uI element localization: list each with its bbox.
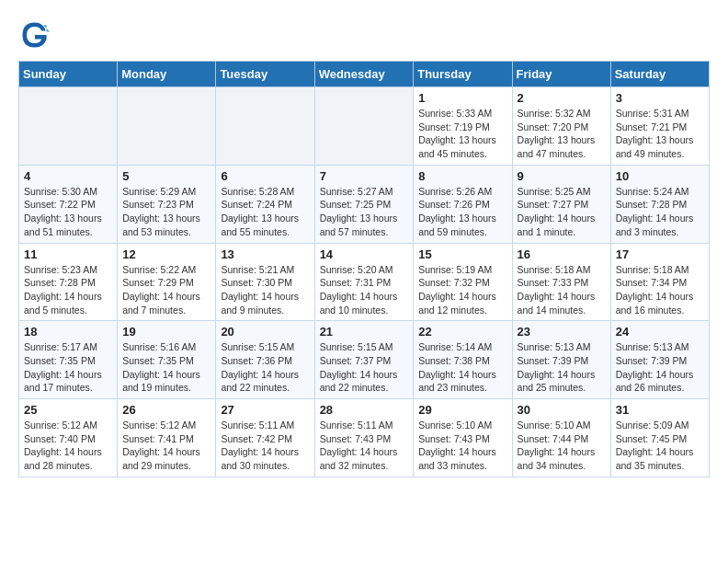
day-number: 26 <box>122 403 210 417</box>
day-info: Sunrise: 5:10 AMSunset: 7:43 PMDaylight:… <box>418 419 506 473</box>
calendar-cell: 29Sunrise: 5:10 AMSunset: 7:43 PMDayligh… <box>414 399 512 477</box>
calendar-cell: 14Sunrise: 5:20 AMSunset: 7:31 PMDayligh… <box>314 243 414 321</box>
day-number: 25 <box>24 403 112 417</box>
calendar-table: SundayMondayTuesdayWednesdayThursdayFrid… <box>18 61 710 477</box>
calendar-cell: 26Sunrise: 5:12 AMSunset: 7:41 PMDayligh… <box>118 399 216 477</box>
calendar-cell: 6Sunrise: 5:28 AMSunset: 7:24 PMDaylight… <box>216 165 314 243</box>
day-info: Sunrise: 5:14 AMSunset: 7:38 PMDaylight:… <box>418 340 506 395</box>
day-number: 20 <box>221 325 309 339</box>
calendar-header-saturday: Saturday <box>610 62 709 87</box>
day-info: Sunrise: 5:26 AMSunset: 7:26 PMDaylight:… <box>418 185 506 239</box>
calendar-cell: 17Sunrise: 5:18 AMSunset: 7:34 PMDayligh… <box>610 243 709 321</box>
calendar-header-thursday: Thursday <box>414 62 512 87</box>
day-info: Sunrise: 5:33 AMSunset: 7:19 PMDaylight:… <box>418 107 506 161</box>
day-number: 28 <box>320 403 409 417</box>
calendar-cell: 3Sunrise: 5:31 AMSunset: 7:21 PMDaylight… <box>610 87 709 166</box>
day-info: Sunrise: 5:18 AMSunset: 7:33 PMDaylight:… <box>518 263 606 317</box>
day-number: 22 <box>418 325 506 339</box>
day-number: 5 <box>122 169 210 183</box>
calendar-cell: 10Sunrise: 5:24 AMSunset: 7:28 PMDayligh… <box>610 165 709 243</box>
calendar-cell: 4Sunrise: 5:30 AMSunset: 7:22 PMDaylight… <box>19 165 118 243</box>
calendar-cell: 8Sunrise: 5:26 AMSunset: 7:26 PMDaylight… <box>414 165 512 243</box>
day-number: 17 <box>616 247 704 261</box>
calendar-header-friday: Friday <box>512 62 610 87</box>
day-info: Sunrise: 5:09 AMSunset: 7:45 PMDaylight:… <box>616 419 704 473</box>
day-info: Sunrise: 5:31 AMSunset: 7:21 PMDaylight:… <box>616 107 704 161</box>
calendar-header-sunday: Sunday <box>19 62 118 87</box>
page-header <box>18 18 710 52</box>
day-number: 30 <box>518 403 606 417</box>
day-info: Sunrise: 5:20 AMSunset: 7:31 PMDaylight:… <box>320 263 409 317</box>
day-number: 3 <box>616 91 704 105</box>
day-number: 21 <box>320 325 409 339</box>
calendar-cell: 7Sunrise: 5:27 AMSunset: 7:25 PMDaylight… <box>314 165 414 243</box>
calendar-cell: 23Sunrise: 5:13 AMSunset: 7:39 PMDayligh… <box>512 321 610 399</box>
calendar-header-monday: Monday <box>118 62 216 87</box>
day-info: Sunrise: 5:10 AMSunset: 7:44 PMDaylight:… <box>518 419 606 473</box>
calendar-cell: 27Sunrise: 5:11 AMSunset: 7:42 PMDayligh… <box>216 399 314 477</box>
calendar-cell: 16Sunrise: 5:18 AMSunset: 7:33 PMDayligh… <box>512 243 610 321</box>
day-number: 13 <box>221 247 309 261</box>
calendar-cell: 19Sunrise: 5:16 AMSunset: 7:35 PMDayligh… <box>118 321 216 399</box>
calendar-cell: 18Sunrise: 5:17 AMSunset: 7:35 PMDayligh… <box>19 321 118 399</box>
day-number: 15 <box>418 247 506 261</box>
calendar-week-row: 4Sunrise: 5:30 AMSunset: 7:22 PMDaylight… <box>19 165 710 243</box>
day-info: Sunrise: 5:11 AMSunset: 7:43 PMDaylight:… <box>320 419 409 473</box>
calendar-cell: 13Sunrise: 5:21 AMSunset: 7:30 PMDayligh… <box>216 243 314 321</box>
calendar-header-row: SundayMondayTuesdayWednesdayThursdayFrid… <box>19 62 710 87</box>
calendar-cell: 2Sunrise: 5:32 AMSunset: 7:20 PMDaylight… <box>512 87 610 166</box>
day-number: 27 <box>221 403 309 417</box>
day-info: Sunrise: 5:32 AMSunset: 7:20 PMDaylight:… <box>518 107 606 161</box>
calendar-week-row: 25Sunrise: 5:12 AMSunset: 7:40 PMDayligh… <box>19 399 710 477</box>
calendar-cell: 30Sunrise: 5:10 AMSunset: 7:44 PMDayligh… <box>512 399 610 477</box>
calendar-cell <box>118 87 216 166</box>
calendar-cell <box>314 87 414 166</box>
day-number: 29 <box>418 403 506 417</box>
day-number: 1 <box>418 91 506 105</box>
day-info: Sunrise: 5:22 AMSunset: 7:29 PMDaylight:… <box>122 263 210 317</box>
day-info: Sunrise: 5:12 AMSunset: 7:41 PMDaylight:… <box>122 419 210 473</box>
day-info: Sunrise: 5:29 AMSunset: 7:23 PMDaylight:… <box>122 185 210 239</box>
calendar-cell <box>19 87 118 166</box>
day-info: Sunrise: 5:17 AMSunset: 7:35 PMDaylight:… <box>24 340 112 395</box>
calendar-cell: 5Sunrise: 5:29 AMSunset: 7:23 PMDaylight… <box>118 165 216 243</box>
day-number: 16 <box>518 247 606 261</box>
day-info: Sunrise: 5:28 AMSunset: 7:24 PMDaylight:… <box>221 185 309 239</box>
day-number: 11 <box>24 247 112 261</box>
day-info: Sunrise: 5:23 AMSunset: 7:28 PMDaylight:… <box>24 263 112 317</box>
calendar-cell <box>216 87 314 166</box>
calendar-cell: 21Sunrise: 5:15 AMSunset: 7:37 PMDayligh… <box>314 321 414 399</box>
day-number: 19 <box>122 325 210 339</box>
day-info: Sunrise: 5:15 AMSunset: 7:36 PMDaylight:… <box>221 340 309 395</box>
calendar-cell: 1Sunrise: 5:33 AMSunset: 7:19 PMDaylight… <box>414 87 512 166</box>
day-number: 14 <box>320 247 409 261</box>
day-number: 18 <box>24 325 112 339</box>
calendar-cell: 31Sunrise: 5:09 AMSunset: 7:45 PMDayligh… <box>610 399 709 477</box>
calendar-cell: 11Sunrise: 5:23 AMSunset: 7:28 PMDayligh… <box>19 243 118 321</box>
calendar-header-tuesday: Tuesday <box>216 62 314 87</box>
calendar-cell: 15Sunrise: 5:19 AMSunset: 7:32 PMDayligh… <box>414 243 512 321</box>
day-info: Sunrise: 5:13 AMSunset: 7:39 PMDaylight:… <box>518 340 606 395</box>
calendar-cell: 22Sunrise: 5:14 AMSunset: 7:38 PMDayligh… <box>414 321 512 399</box>
day-info: Sunrise: 5:18 AMSunset: 7:34 PMDaylight:… <box>616 263 704 317</box>
calendar-header-wednesday: Wednesday <box>314 62 414 87</box>
day-info: Sunrise: 5:27 AMSunset: 7:25 PMDaylight:… <box>320 185 409 239</box>
calendar-week-row: 18Sunrise: 5:17 AMSunset: 7:35 PMDayligh… <box>19 321 710 399</box>
day-number: 4 <box>24 169 112 183</box>
calendar-cell: 20Sunrise: 5:15 AMSunset: 7:36 PMDayligh… <box>216 321 314 399</box>
day-number: 24 <box>616 325 704 339</box>
calendar-cell: 24Sunrise: 5:13 AMSunset: 7:39 PMDayligh… <box>610 321 709 399</box>
day-number: 2 <box>518 91 606 105</box>
calendar-cell: 12Sunrise: 5:22 AMSunset: 7:29 PMDayligh… <box>118 243 216 321</box>
calendar-cell: 28Sunrise: 5:11 AMSunset: 7:43 PMDayligh… <box>314 399 414 477</box>
calendar-week-row: 11Sunrise: 5:23 AMSunset: 7:28 PMDayligh… <box>19 243 710 321</box>
day-info: Sunrise: 5:30 AMSunset: 7:22 PMDaylight:… <box>24 185 112 239</box>
day-info: Sunrise: 5:21 AMSunset: 7:30 PMDaylight:… <box>221 263 309 317</box>
day-number: 9 <box>518 169 606 183</box>
logo <box>18 18 57 52</box>
day-info: Sunrise: 5:19 AMSunset: 7:32 PMDaylight:… <box>418 263 506 317</box>
day-info: Sunrise: 5:12 AMSunset: 7:40 PMDaylight:… <box>24 419 112 473</box>
day-number: 6 <box>221 169 309 183</box>
day-number: 8 <box>418 169 506 183</box>
calendar-week-row: 1Sunrise: 5:33 AMSunset: 7:19 PMDaylight… <box>19 87 710 166</box>
